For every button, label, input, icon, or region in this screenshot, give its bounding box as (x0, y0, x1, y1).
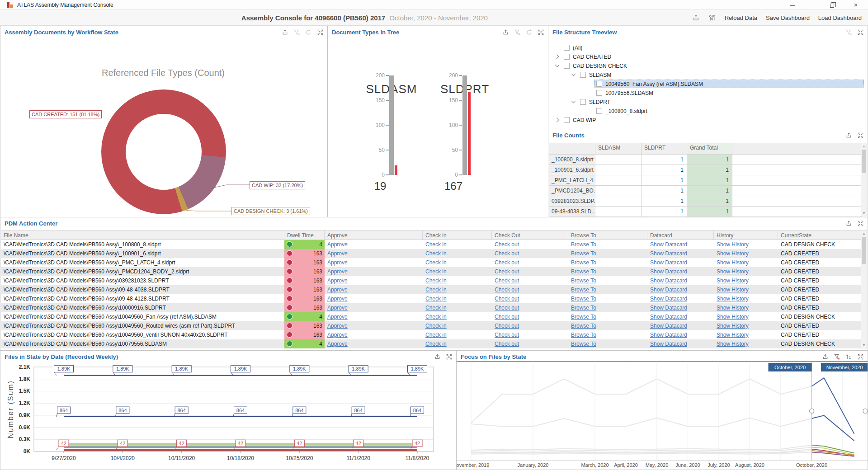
show-history-link[interactable]: Show History (717, 314, 749, 320)
check-out-link[interactable]: Check out (495, 259, 519, 266)
check-out-link[interactable]: Check out (495, 341, 519, 347)
file-counts-row[interactable]: _100901_6.sldprt11 (549, 165, 862, 175)
show-history-link[interactable]: Show History (717, 287, 749, 293)
file-counts-row[interactable]: 039281023.SLDP...11 (549, 196, 862, 207)
show-history-link[interactable]: Show History (717, 277, 749, 284)
show-history-link[interactable]: Show History (717, 250, 749, 257)
browse-to-link[interactable]: Browse To (571, 241, 596, 248)
check-in-link[interactable]: Check in (425, 241, 447, 248)
scrollbar-thumb[interactable] (862, 237, 866, 264)
maximize-icon[interactable] (857, 29, 864, 36)
pdm-row[interactable]: \CAD\MedTronics\3D CAD Models\PB560 Assy… (1, 321, 863, 330)
file-counts-row[interactable]: _PMCD1204_BO...11 (549, 186, 862, 196)
check-in-link[interactable]: Check in (425, 250, 447, 257)
undo-icon[interactable] (526, 29, 533, 36)
approve-link[interactable]: Approve (327, 332, 348, 338)
browse-to-link[interactable]: Browse To (571, 323, 596, 329)
check-out-link[interactable]: Check out (495, 277, 519, 284)
parameters-icon[interactable] (708, 14, 716, 22)
show-history-link[interactable]: Show History (717, 323, 749, 329)
scroll-down-arrow[interactable]: ▼ (861, 210, 867, 216)
file-counts-row[interactable]: 09-48-4038.SLD...11 (549, 207, 862, 217)
file-counts-scrollbar[interactable]: ▲ ▼ (861, 143, 867, 216)
maximize-icon[interactable] (538, 29, 544, 36)
approve-link[interactable]: Approve (327, 296, 348, 302)
export-icon[interactable] (692, 14, 700, 22)
show-datacard-link[interactable]: Show Datacard (650, 305, 687, 311)
check-out-link[interactable]: Check out (495, 314, 519, 320)
show-datacard-link[interactable]: Show Datacard (650, 241, 687, 248)
undo-icon[interactable] (305, 29, 312, 36)
tree-item-cad-design-check[interactable]: CAD DESIGN CHECK (548, 61, 868, 70)
approve-link[interactable]: Approve (327, 305, 348, 311)
tree-item-10079556-sldasm[interactable]: 10079556.SLDASM (548, 89, 868, 98)
show-datacard-link[interactable]: Show Datacard (650, 277, 687, 284)
tree-checkbox[interactable] (580, 99, 586, 105)
browse-to-link[interactable]: Browse To (571, 314, 596, 320)
pdm-row[interactable]: \CAD\MedTronics\3D CAD Models\PB560 Assy… (1, 276, 863, 285)
pdm-row[interactable]: \CAD\MedTronics\3D CAD Models\PB560 Assy… (1, 285, 863, 294)
pdm-row[interactable]: \CAD\MedTronics\3D CAD Models\PB560 Assy… (1, 258, 863, 267)
reload-data-button[interactable]: Reload Data (725, 14, 757, 21)
export-icon[interactable] (845, 220, 852, 227)
check-out-link[interactable]: Check out (495, 287, 519, 293)
scroll-down-arrow[interactable]: ▼ (861, 342, 867, 348)
tree-item-cad-created[interactable]: CAD CREATED (548, 52, 868, 61)
check-out-link[interactable]: Check out (495, 332, 519, 338)
window-minimize-button[interactable] (785, 0, 800, 10)
approve-link[interactable]: Approve (327, 259, 348, 266)
window-close-button[interactable]: × (848, 0, 863, 10)
show-datacard-link[interactable]: Show Datacard (650, 332, 687, 338)
tree-item--all-[interactable]: (All) (548, 43, 868, 52)
clear-filter-icon[interactable] (293, 29, 300, 36)
maximize-icon[interactable] (857, 220, 864, 227)
show-datacard-link[interactable]: Show Datacard (650, 287, 687, 293)
show-history-link[interactable]: Show History (717, 332, 749, 338)
check-out-link[interactable]: Check out (495, 268, 519, 275)
check-in-link[interactable]: Check in (425, 332, 447, 338)
clear-filter-icon[interactable] (845, 29, 852, 36)
browse-to-link[interactable]: Browse To (571, 287, 596, 293)
tree-item-10049560-fan-assy-ref-asm-sldasm[interactable]: 10049560_Fan Assy (ref ASM).SLDASM (548, 80, 868, 89)
approve-link[interactable]: Approve (327, 241, 348, 248)
check-in-link[interactable]: Check in (425, 305, 447, 311)
tree-checkbox[interactable] (564, 117, 570, 123)
check-in-link[interactable]: Check in (425, 277, 447, 284)
tree-checkbox[interactable] (564, 54, 570, 60)
approve-link[interactable]: Approve (327, 323, 348, 329)
pdm-row[interactable]: \CAD\MedTronics\3D CAD Models\PB560 Assy… (1, 267, 863, 276)
check-out-link[interactable]: Check out (495, 305, 519, 311)
chevron-down-icon[interactable] (572, 100, 575, 103)
maximize-icon[interactable] (857, 132, 864, 139)
check-in-link[interactable]: Check in (425, 323, 447, 329)
browse-to-link[interactable]: Browse To (571, 341, 596, 347)
pdm-scrollbar[interactable]: ▲ ▼ (861, 230, 867, 348)
show-datacard-link[interactable]: Show Datacard (650, 314, 687, 320)
file-counts-row[interactable]: _PMC_LATCH_4...11 (549, 175, 862, 186)
check-in-link[interactable]: Check in (425, 296, 447, 302)
check-out-link[interactable]: Check out (495, 323, 519, 329)
show-history-link[interactable]: Show History (717, 268, 749, 275)
scrollbar-thumb[interactable] (862, 150, 866, 173)
tree-checkbox[interactable] (596, 81, 602, 87)
chevron-right-icon[interactable] (556, 118, 559, 122)
show-datacard-link[interactable]: Show Datacard (650, 323, 687, 329)
show-history-link[interactable]: Show History (717, 341, 749, 347)
clear-filter-icon[interactable] (514, 29, 521, 36)
show-datacard-link[interactable]: Show Datacard (650, 259, 687, 266)
show-datacard-link[interactable]: Show Datacard (650, 268, 687, 275)
browse-to-link[interactable]: Browse To (571, 305, 596, 311)
chevron-down-icon[interactable] (572, 73, 575, 76)
check-in-link[interactable]: Check in (425, 259, 447, 266)
tree-item-sldprt[interactable]: SLDPRT (548, 98, 868, 107)
show-history-link[interactable]: Show History (717, 305, 749, 311)
range-selector-handle-right[interactable] (863, 409, 868, 414)
pdm-row[interactable]: \CAD\MedTronics\3D CAD Models\PB560 Assy… (1, 249, 863, 258)
tree-checkbox[interactable] (596, 90, 602, 96)
tree-checkbox[interactable] (596, 108, 602, 114)
window-maximize-button[interactable] (824, 0, 840, 10)
browse-to-link[interactable]: Browse To (571, 250, 596, 257)
tree-item--100800-8-sldprt[interactable]: _100800_8.sldprt (548, 107, 868, 116)
export-icon[interactable] (282, 29, 288, 36)
chevron-right-icon[interactable] (556, 55, 559, 58)
